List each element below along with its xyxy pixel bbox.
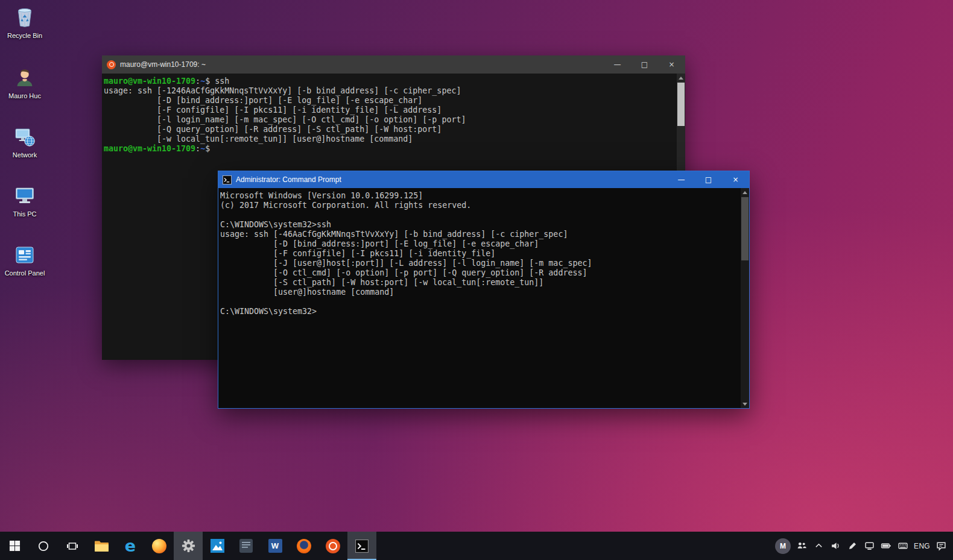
desktop-icon-column: Recycle Bin Mauro Huc Network	[1, 6, 48, 277]
desktop-icon-control-panel[interactable]: Control Panel	[1, 245, 48, 277]
terminal-line: usage: ssh [-46AaCfGgKkMNnqsTtVvXxYy] [-…	[220, 230, 741, 239]
terminal-line	[220, 210, 741, 220]
scrollbar-down-button[interactable]	[741, 400, 749, 408]
scrollbar-up-button[interactable]	[741, 188, 749, 197]
terminal-line: [-D [bind_address:]port] [-E log_file] […	[104, 96, 677, 105]
cmd-titlebar[interactable]: Administrator: Command Prompt — □ ×	[218, 171, 749, 188]
desktop-icon-label: Control Panel	[5, 269, 45, 277]
terminal-line: [user@]hostname [command]	[220, 288, 741, 297]
terminal-line: [-F configfile] [-I pkcs11] [-i identity…	[104, 105, 677, 115]
terminal-line	[220, 297, 741, 307]
edge-icon: e	[125, 538, 136, 554]
firefox-button[interactable]	[145, 532, 174, 560]
ubuntu-icon	[326, 539, 340, 553]
terminal-line: [-O ctl_cmd] [-o option] [-p port] [-Q q…	[220, 268, 741, 278]
terminal-line: C:\WINDOWS\system32>ssh	[220, 220, 741, 230]
terminal-line: [-F configfile] [-I pkcs11] [-i identity…	[220, 249, 741, 259]
taskbar: e	[0, 532, 953, 560]
action-center-icon[interactable]	[932, 532, 949, 560]
ubuntu-logo-icon	[107, 60, 116, 69]
system-tray: M	[773, 532, 953, 560]
desktop-icon-label: Network	[13, 151, 37, 159]
maximize-button[interactable]: □	[631, 55, 658, 74]
recycle-bin-icon	[14, 6, 35, 30]
scrollbar-up-button[interactable]	[677, 74, 685, 82]
minimize-button[interactable]: —	[668, 171, 695, 188]
terminal-line: C:\WINDOWS\system32>	[220, 307, 741, 316]
firefox-icon	[152, 539, 166, 553]
monitor-icon	[14, 186, 36, 209]
desktop-icon-label: Mauro Huc	[8, 92, 41, 100]
terminal-line: mauro@vm-win10-1709:~$	[104, 144, 677, 154]
scrollbar-thumb[interactable]	[741, 197, 749, 260]
scrollbar-thumb[interactable]	[677, 83, 685, 126]
cortana-search-icon	[37, 540, 49, 552]
terminal-line: (c) 2017 Microsoft Corporation. All righ…	[220, 201, 741, 210]
gear-icon	[182, 539, 195, 553]
desktop-icon-label: Recycle Bin	[7, 32, 42, 40]
scrollbar[interactable]	[741, 188, 749, 408]
settings-button[interactable]	[174, 532, 203, 560]
terminal-line: [-J [user@]host[:port]] [-L address] [-l…	[220, 259, 741, 268]
word-icon: W	[268, 539, 282, 553]
file-explorer-button[interactable]	[87, 532, 116, 560]
photos-icon	[211, 539, 224, 553]
window-controls: — □ ×	[604, 55, 685, 74]
terminal-line: [-l login_name] [-m mac_spec] [-O ctl_cm…	[104, 115, 677, 125]
windows-logo-icon	[9, 540, 21, 552]
terminal-line: [-Q query_option] [-R address] [-S ctl_p…	[104, 125, 677, 134]
photos-button[interactable]	[203, 532, 232, 560]
command-prompt-window[interactable]: Administrator: Command Prompt — □ × Micr…	[218, 171, 750, 409]
battery-icon[interactable]	[878, 532, 894, 560]
show-hidden-icons-button[interactable]	[810, 532, 827, 560]
desktop-icon-user-folder[interactable]: Mauro Huc	[1, 66, 48, 100]
minimize-button[interactable]: —	[604, 55, 631, 74]
volume-icon[interactable]	[827, 532, 844, 560]
control-panel-icon	[14, 245, 35, 268]
terminal-line: usage: ssh [-1246AaCfGgKkMNnqsTtVvXxYy] …	[104, 86, 677, 96]
desktop-icon-this-pc[interactable]: This PC	[1, 186, 48, 218]
folder-icon	[94, 540, 109, 552]
user-icon	[14, 66, 35, 90]
start-button[interactable]	[0, 532, 29, 560]
close-button[interactable]: ×	[722, 171, 749, 188]
window-title: mauro@vm-win10-1709: ~	[120, 60, 206, 69]
terminal-output[interactable]: Microsoft Windows [Version 10.0.16299.12…	[218, 188, 741, 408]
command-prompt-taskbar-button[interactable]	[347, 532, 376, 560]
cmd-terminal-body[interactable]: Microsoft Windows [Version 10.0.16299.12…	[218, 188, 749, 408]
desktop-icon-recycle-bin[interactable]: Recycle Bin	[1, 6, 48, 40]
maximize-button[interactable]: □	[695, 171, 722, 188]
word-button[interactable]: W	[261, 532, 290, 560]
terminal-line: [-D [bind_address:]port] [-E log_file] […	[220, 239, 741, 249]
firefox-nightly-button[interactable]	[290, 532, 318, 560]
cortana-search-button[interactable]	[29, 532, 58, 560]
task-view-icon	[66, 540, 78, 552]
window-title: Administrator: Command Prompt	[236, 175, 341, 184]
terminal-line: [-S ctl_path] [-W host:port] [-w local_t…	[220, 278, 741, 288]
avatar-letter: M	[775, 538, 791, 554]
task-view-button[interactable]	[58, 532, 87, 560]
ubuntu-button[interactable]	[318, 532, 347, 560]
ubuntu-titlebar[interactable]: mauro@vm-win10-1709: ~ — □ ×	[102, 55, 685, 74]
terminal-line: Microsoft Windows [Version 10.0.16299.12…	[220, 191, 741, 201]
touch-keyboard-icon[interactable]	[894, 532, 911, 560]
command-prompt-icon	[355, 540, 369, 553]
notebook-icon	[239, 539, 253, 553]
network-icon[interactable]	[861, 532, 878, 560]
firefox-nightly-icon	[297, 539, 311, 553]
notebook-button[interactable]	[232, 532, 261, 560]
user-avatar[interactable]: M	[773, 532, 793, 560]
language-indicator[interactable]: ENG	[911, 532, 932, 560]
close-button[interactable]: ×	[658, 55, 685, 74]
edge-button[interactable]: e	[116, 532, 145, 560]
pen-icon[interactable]	[844, 532, 861, 560]
terminal-line: mauro@vm-win10-1709:~$ ssh	[104, 77, 677, 86]
command-prompt-icon	[223, 175, 232, 184]
desktop-icon-label: This PC	[13, 210, 36, 218]
window-controls: — □ ×	[668, 171, 749, 188]
desktop-icon-network[interactable]: Network	[1, 127, 48, 159]
people-icon[interactable]	[793, 532, 810, 560]
network-icon	[14, 127, 36, 149]
terminal-line: [-w local_tun[:remote_tun]] [user@]hostn…	[104, 134, 677, 144]
